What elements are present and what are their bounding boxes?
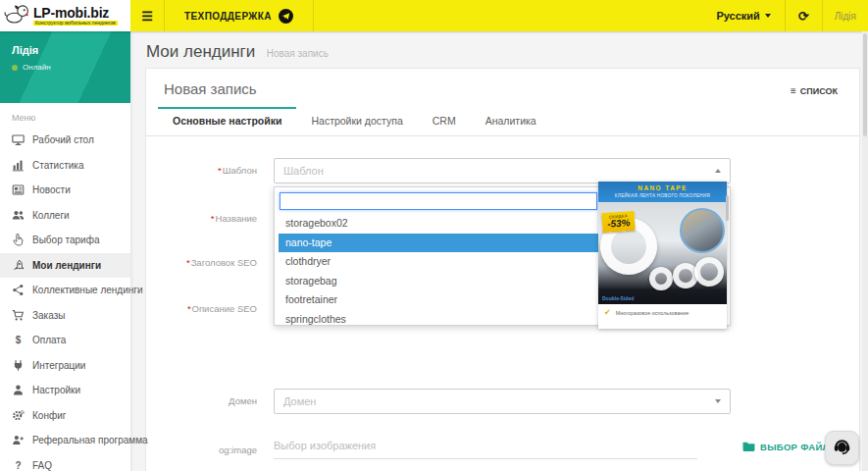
preview-title: NANO TAPE <box>600 184 725 191</box>
card-title: Новая запись <box>164 80 257 97</box>
logo[interactable]: LP-mobi.biz Конструктор мобильных лендин… <box>0 0 130 31</box>
tab-main-settings[interactable]: Основные настройки <box>158 107 296 135</box>
seo-description-label: Описание SEO <box>146 303 274 314</box>
online-status-dot <box>12 65 18 71</box>
tab-access-settings[interactable]: Настройки доступа <box>296 107 417 135</box>
template-dropdown-panel: storagebox02 nano-tape clothdryer storag… <box>274 186 731 326</box>
sidebar-item-label: Коллективные лендинги <box>32 285 143 295</box>
menu-section-label: Меню <box>0 103 130 128</box>
referral-user-plus-icon <box>11 434 26 446</box>
cart-icon <box>11 309 26 322</box>
sidebar-item-my-landings[interactable]: Мои лендинги <box>0 253 130 279</box>
discount-value: -53% <box>607 218 631 230</box>
sidebar-item-desktop[interactable]: Рабочий стол <box>0 128 130 153</box>
page-scrollbar[interactable] <box>862 31 868 471</box>
discount-badge: СКИДКА -53% <box>601 211 636 233</box>
sidebar-item-statistics[interactable]: Статистика <box>0 153 130 179</box>
preview-inset-photo <box>680 208 725 253</box>
option-nano-tape[interactable]: nano-tape <box>279 234 602 253</box>
support-label: ТЕХПОДДЕРЖКА <box>184 11 272 22</box>
sidebar-user-name: Лідія <box>12 44 119 56</box>
landing-form: Шаблон Шаблон Название Заголовок SEO Опи… <box>146 152 859 471</box>
option-footretainer[interactable]: footretainer <box>279 290 602 310</box>
sidebar-item-label: Статистика <box>32 160 84 171</box>
page-header: Мои лендинги Новая запись <box>130 31 868 68</box>
dropdown-scrollbar-thumb[interactable] <box>726 195 729 221</box>
user-icon <box>11 384 26 396</box>
share-icon <box>11 284 26 296</box>
topbar-username[interactable]: Лідія <box>823 11 868 22</box>
language-dropdown[interactable]: Русский <box>702 10 784 22</box>
template-label: Шаблон <box>146 165 274 176</box>
sidebar-item-integrations[interactable]: Интеграции <box>0 353 130 379</box>
template-options-list: storagebox02 nano-tape clothdryer storag… <box>279 214 602 329</box>
stats-icon <box>11 159 26 172</box>
preview-product-image: СКИДКА -53% Double-Sided <box>598 202 727 304</box>
headset-icon <box>832 436 852 460</box>
list-button[interactable]: ≡ СПИСОК <box>783 80 845 101</box>
option-storagebag[interactable]: storagebag <box>279 272 602 291</box>
preview-header: NANO TAPE КЛЕЙКАЯ ЛЕНТА НОВОГО ПОКОЛЕНИЯ <box>598 182 727 202</box>
topbar: LP-mobi.biz Конструктор мобильных лендин… <box>0 0 868 31</box>
seo-title-label: Заголовок SEO <box>146 257 274 268</box>
sidebar-item-label: Новости <box>32 184 71 195</box>
tab-analytics[interactable]: Аналитика <box>471 107 551 135</box>
option-storagebox02[interactable]: storagebox02 <box>279 214 602 234</box>
support-button[interactable]: ТЕХПОДДЕРЖКА <box>165 9 313 24</box>
tariff-hand-icon <box>11 234 26 246</box>
sidebar-item-tariff[interactable]: Выбор тарифа <box>0 228 130 253</box>
sidebar-item-label: Выбор тарифа <box>32 235 99 245</box>
landings-icon <box>11 259 26 272</box>
list-icon: ≡ <box>791 85 796 96</box>
breadcrumb: Новая запись <box>267 48 329 59</box>
domain-select-placeholder: Домен <box>283 395 316 407</box>
og-image-input[interactable]: Выбор изображения <box>274 438 697 459</box>
brand-title: LP-mobi.biz <box>33 6 118 21</box>
option-clothdryer[interactable]: clothdryer <box>279 252 602 272</box>
sidebar-item-colleagues[interactable]: Коллеги <box>0 203 130 229</box>
news-icon <box>11 183 26 196</box>
domain-select[interactable]: Домен <box>274 389 731 414</box>
sidebar-item-label: FAQ <box>32 460 52 471</box>
question-icon: ? <box>11 460 26 471</box>
sidebar-item-orders[interactable]: Заказы <box>0 303 130 329</box>
sidebar-item-label: Конфиг <box>32 410 66 421</box>
preview-feature-text: Многоразовое использование <box>616 310 689 316</box>
topbar-yellow-strip: ☰ ТЕХПОДДЕРЖКА Русский ⟳ Лідія <box>130 0 868 31</box>
sidebar-item-config[interactable]: Конфиг <box>0 403 130 429</box>
tape-roll-small <box>649 267 673 290</box>
online-status-label: Онлайн <box>23 63 51 72</box>
sidebar-toggle-button[interactable]: ☰ <box>130 0 164 31</box>
support-chat-button[interactable] <box>825 431 859 465</box>
dog-logo-icon <box>4 3 29 28</box>
template-preview-thumbnail: NANO TAPE КЛЕЙКАЯ ЛЕНТА НОВОГО ПОКОЛЕНИЯ… <box>598 182 727 329</box>
sidebar-item-news[interactable]: Новости <box>0 178 130 203</box>
refresh-button[interactable]: ⟳ <box>786 9 822 24</box>
sidebar-item-faq[interactable]: ? FAQ <box>0 453 130 471</box>
gear-icon <box>11 409 26 422</box>
sidebar-item-label: Мои лендинги <box>32 260 101 271</box>
template-select[interactable]: Шаблон <box>274 158 731 183</box>
preview-feature-row: ✔ Многоразовое использование <box>598 304 727 321</box>
sidebar-user-panel: Лідія Онлайн <box>0 31 130 103</box>
og-image-placeholder: Выбор изображения <box>274 440 376 451</box>
tape-roll-small <box>691 254 727 290</box>
language-label: Русский <box>716 10 759 22</box>
sidebar-item-referral[interactable]: Реферальная программа <box>0 428 130 453</box>
choose-file-button[interactable]: ВЫБОР ФАЙЛА <box>742 441 837 453</box>
page-scrollbar-thumb[interactable] <box>863 33 867 136</box>
preview-watermark: Double-Sided <box>602 295 634 301</box>
sidebar: Лідія Онлайн Меню Рабочий стол Статистик… <box>0 31 130 471</box>
sidebar-item-payment[interactable]: $ Оплата <box>0 328 130 353</box>
sidebar-item-settings[interactable]: Настройки <box>0 378 130 403</box>
sidebar-item-label: Коллеги <box>32 210 70 221</box>
template-search-input[interactable] <box>280 192 597 210</box>
tabs-bar: Основные настройки Настройки доступа CRM… <box>146 107 859 136</box>
sidebar-item-collective-landings[interactable]: Коллективные лендинги <box>0 278 130 303</box>
og-image-label: og:image <box>146 445 274 455</box>
tab-crm[interactable]: CRM <box>418 107 471 135</box>
dollar-icon: $ <box>11 335 26 345</box>
list-button-label: СПИСОК <box>800 86 838 96</box>
option-springclothes[interactable]: springclothes <box>279 310 602 330</box>
chevron-down-icon <box>765 14 771 18</box>
